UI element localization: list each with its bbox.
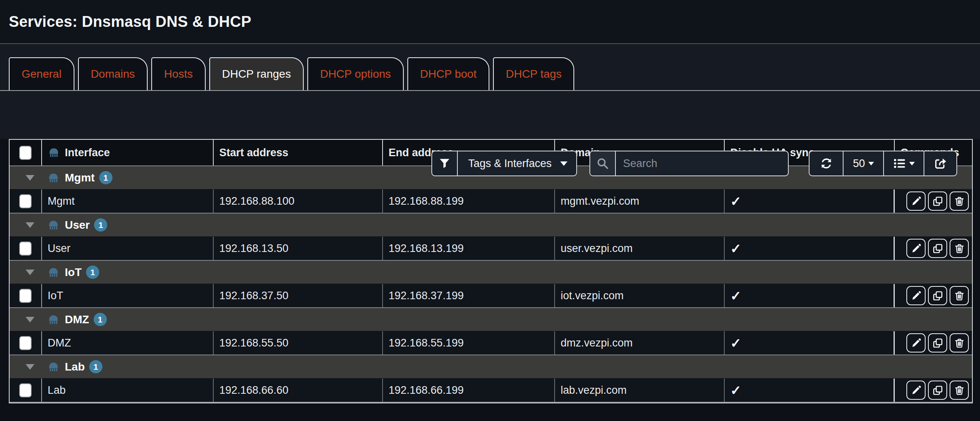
- row-checkbox[interactable]: [19, 289, 32, 303]
- row-select-cell: [10, 189, 42, 213]
- tab-dhcp-boot[interactable]: DHCP boot: [407, 57, 489, 90]
- cell-end-address: 192.168.13.199: [383, 237, 555, 260]
- cell-disable-ha-sync: ✓: [725, 237, 895, 260]
- page-size-dropdown[interactable]: 50: [844, 151, 884, 175]
- group-row-iot[interactable]: IoT 1: [10, 261, 972, 284]
- edit-button[interactable]: [906, 239, 926, 258]
- ethernet-icon: [47, 314, 60, 325]
- chevron-down-icon: [26, 222, 34, 228]
- edit-button[interactable]: [906, 381, 926, 400]
- trash-icon: [954, 290, 965, 301]
- group-label: User: [65, 219, 90, 232]
- edit-button[interactable]: [906, 286, 926, 305]
- row-checkbox[interactable]: [19, 383, 32, 397]
- group-row-user[interactable]: User 1: [10, 214, 972, 237]
- ethernet-icon: [47, 173, 60, 183]
- column-header-start-address[interactable]: Start address: [214, 140, 383, 165]
- cell-domain: mgmt.vezpi.com: [555, 189, 725, 213]
- clone-button[interactable]: [928, 286, 947, 305]
- cell-start-address: 192.168.13.50: [214, 237, 383, 260]
- edit-button[interactable]: [906, 191, 926, 211]
- cell-domain: dmz.vezpi.com: [555, 331, 725, 355]
- delete-button[interactable]: [950, 286, 969, 305]
- cell-interface: IoT: [42, 284, 214, 307]
- tab-dhcp-ranges[interactable]: DHCP ranges: [209, 57, 304, 90]
- search-input[interactable]: [616, 151, 788, 175]
- row-checkbox[interactable]: [19, 242, 32, 256]
- chevron-down-icon: [560, 161, 567, 166]
- cell-end-address: 192.168.37.199: [383, 284, 555, 307]
- pencil-icon: [911, 243, 922, 254]
- columns-dropdown[interactable]: [884, 151, 924, 175]
- delete-button[interactable]: [950, 333, 969, 353]
- clone-icon: [932, 338, 943, 348]
- select-all-cell: [10, 140, 42, 165]
- group-count-badge: 1: [94, 218, 107, 232]
- group-row-dmz[interactable]: DMZ 1: [10, 308, 972, 331]
- trash-icon: [954, 196, 965, 207]
- tab-general[interactable]: General: [9, 57, 74, 90]
- cell-end-address: 192.168.88.199: [383, 189, 555, 213]
- edit-button[interactable]: [906, 333, 926, 353]
- table-row: DMZ 192.168.55.50 192.168.55.199 dmz.vez…: [10, 331, 972, 355]
- list-columns-icon: [893, 157, 906, 170]
- trash-icon: [954, 338, 965, 348]
- row-select-cell: [10, 237, 42, 260]
- delete-button[interactable]: [950, 239, 969, 258]
- refresh-button[interactable]: [810, 151, 844, 175]
- clone-button[interactable]: [928, 381, 947, 400]
- table-actions: 50: [809, 151, 957, 176]
- cell-commands: [895, 331, 972, 355]
- cell-commands: [895, 189, 972, 213]
- tab-domains[interactable]: Domains: [78, 57, 148, 90]
- cell-disable-ha-sync: ✓: [725, 379, 895, 402]
- cell-start-address: 192.168.55.50: [214, 331, 383, 355]
- row-checkbox[interactable]: [19, 194, 32, 208]
- clone-button[interactable]: [928, 239, 947, 258]
- filter-dropdown-label: Tags & Interfaces: [458, 151, 557, 175]
- filter-dropdown[interactable]: Tags & Interfaces: [431, 151, 577, 176]
- table-row: IoT 192.168.37.50 192.168.37.199 iot.vez…: [10, 284, 972, 308]
- clone-icon: [932, 243, 943, 254]
- cell-disable-ha-sync: ✓: [725, 189, 895, 213]
- row-select-cell: [10, 379, 42, 402]
- search-box: [589, 151, 789, 176]
- cell-end-address: 192.168.66.199: [383, 379, 555, 402]
- column-header-interface[interactable]: Interface: [42, 140, 214, 165]
- dhcp-ranges-table: Interface Start address End address Doma…: [9, 139, 973, 403]
- group-row-lab[interactable]: Lab 1: [10, 355, 972, 379]
- clone-button[interactable]: [928, 333, 947, 353]
- group-label: Lab: [65, 361, 85, 373]
- page-size-value: 50: [853, 157, 865, 170]
- group-label: Mgmt: [65, 171, 95, 184]
- cell-end-address: 192.168.55.199: [383, 331, 555, 355]
- group-count-badge: 1: [86, 266, 99, 279]
- cell-interface: Mgmt: [42, 189, 214, 213]
- select-all-checkbox[interactable]: [19, 146, 32, 160]
- group-count-badge: 1: [94, 313, 107, 326]
- cell-interface: User: [42, 237, 214, 260]
- tab-dhcp-options[interactable]: DHCP options: [307, 57, 404, 90]
- page-title: Services: Dnsmasq DNS & DHCP: [9, 13, 251, 30]
- cell-interface: DMZ: [42, 331, 214, 355]
- clone-icon: [932, 290, 943, 301]
- tab-dhcp-tags[interactable]: DHCP tags: [493, 57, 575, 90]
- pencil-icon: [911, 290, 922, 301]
- trash-icon: [954, 243, 965, 254]
- table-row: Lab 192.168.66.60 192.168.66.199 lab.vez…: [10, 379, 972, 403]
- cell-commands: [895, 237, 972, 260]
- cell-disable-ha-sync: ✓: [725, 331, 895, 355]
- pencil-icon: [911, 338, 922, 348]
- delete-button[interactable]: [950, 191, 969, 211]
- ethernet-icon: [47, 362, 60, 372]
- cell-interface: Lab: [42, 379, 214, 402]
- table-row: User 192.168.13.50 192.168.13.199 user.v…: [10, 237, 972, 261]
- clone-button[interactable]: [928, 191, 947, 211]
- table-row: Mgmt 192.168.88.100 192.168.88.199 mgmt.…: [10, 189, 972, 214]
- row-checkbox[interactable]: [19, 336, 32, 350]
- export-button[interactable]: [924, 151, 956, 175]
- ethernet-icon: [47, 267, 60, 278]
- group-count-badge: 1: [99, 171, 112, 184]
- tab-hosts[interactable]: Hosts: [151, 57, 206, 90]
- delete-button[interactable]: [950, 381, 969, 400]
